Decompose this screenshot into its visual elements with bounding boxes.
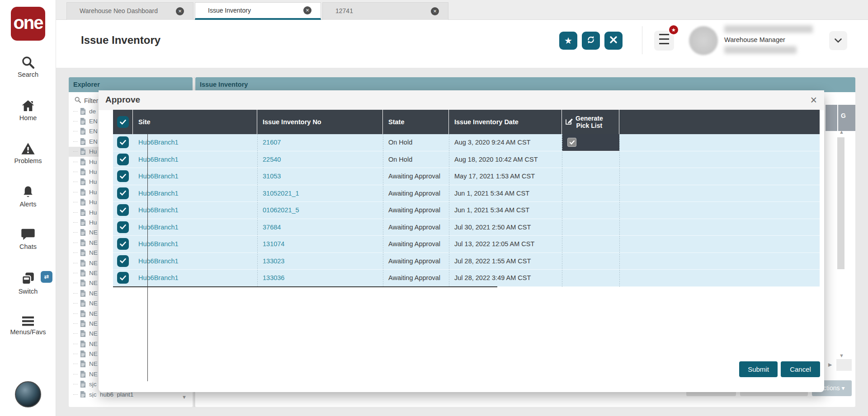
sidebar-item-alerts[interactable]: Alerts bbox=[0, 185, 56, 208]
submit-button[interactable]: Submit bbox=[739, 361, 778, 377]
sidebar-item-label: Problems bbox=[0, 157, 56, 164]
generate-pick-list-cell[interactable] bbox=[562, 236, 619, 252]
issue-inventory-no-link[interactable]: 21607 bbox=[257, 134, 383, 151]
column-header-state[interactable]: State bbox=[383, 110, 449, 134]
generate-pick-list-cell[interactable] bbox=[562, 151, 619, 168]
tab-12741[interactable]: 12741 × bbox=[322, 2, 448, 20]
document-icon bbox=[80, 138, 86, 145]
generate-pick-list-checkbox[interactable] bbox=[567, 138, 576, 147]
issue-inventory-no-link[interactable]: 37684 bbox=[257, 219, 383, 236]
row-checkbox[interactable] bbox=[113, 219, 133, 236]
sidebar-item-label: Chats bbox=[0, 243, 56, 250]
divider bbox=[642, 26, 642, 54]
sidebar-item-menus-favs[interactable]: Menus/Favs bbox=[0, 315, 56, 336]
row-checkbox[interactable] bbox=[113, 253, 133, 270]
sidebar-item-problems[interactable]: Problems bbox=[0, 141, 56, 164]
tree-guide bbox=[73, 151, 78, 152]
vertical-scrollbar[interactable] bbox=[837, 137, 844, 269]
row-checkbox[interactable] bbox=[113, 134, 133, 151]
column-header-issue-inventory-no[interactable]: Issue Inventory No bbox=[257, 110, 383, 134]
tree-guide bbox=[73, 313, 78, 314]
generate-pick-list-cell[interactable] bbox=[562, 202, 619, 219]
document-icon bbox=[80, 128, 86, 135]
issue-inventory-no-link[interactable]: 133023 bbox=[257, 253, 383, 270]
tree-item-label: EN bbox=[89, 128, 98, 135]
checkbox-checked[interactable] bbox=[117, 116, 129, 128]
issue-inventory-no-link[interactable]: 31053 bbox=[257, 168, 383, 185]
generate-pick-list-cell[interactable] bbox=[562, 219, 619, 236]
site-link[interactable]: Hub6Branch1 bbox=[133, 219, 257, 236]
page-title: Issue Inventory bbox=[81, 34, 160, 47]
close-icon[interactable]: × bbox=[176, 7, 184, 15]
site-link[interactable]: Hub6Branch1 bbox=[133, 151, 257, 168]
pick-list-label: Pick List bbox=[576, 122, 603, 129]
site-link[interactable]: Hub6Branch1 bbox=[133, 134, 257, 151]
sidebar-item-home[interactable]: Home bbox=[0, 98, 56, 122]
chat-icon bbox=[0, 228, 56, 242]
generate-pick-list-cell[interactable] bbox=[562, 270, 619, 286]
scroll-right-icon[interactable]: ▶ bbox=[828, 362, 832, 368]
row-checkbox[interactable] bbox=[113, 185, 133, 202]
tree-guide bbox=[73, 394, 78, 395]
site-link[interactable]: Hub6Branch1 bbox=[133, 253, 257, 270]
issue-inventory-no-link[interactable]: 31052021_1 bbox=[257, 185, 383, 202]
explorer-filter[interactable]: Filter bbox=[74, 96, 98, 105]
close-icon[interactable]: × bbox=[431, 7, 439, 15]
site-link[interactable]: Hub6Branch1 bbox=[133, 202, 257, 219]
filter-label: Filter bbox=[84, 97, 98, 104]
generate-pick-list-cell[interactable] bbox=[562, 185, 619, 202]
scroll-down-icon[interactable]: ▼ bbox=[839, 353, 844, 358]
date-cell: Jun 1, 2021 5:34 AM CST bbox=[449, 202, 562, 219]
assistant-avatar[interactable] bbox=[15, 381, 41, 407]
horizontal-scrollbar[interactable] bbox=[836, 359, 852, 371]
close-page-button[interactable] bbox=[604, 32, 623, 50]
hamburger-icon bbox=[0, 315, 56, 327]
select-all-checkbox[interactable] bbox=[113, 110, 133, 134]
refresh-button[interactable] bbox=[582, 32, 600, 50]
issue-inventory-no-link[interactable]: 22540 bbox=[257, 151, 383, 168]
generate-pick-list-cell[interactable] bbox=[562, 134, 619, 151]
user-avatar[interactable] bbox=[689, 26, 718, 55]
column-header-site[interactable]: Site bbox=[133, 110, 257, 134]
sidebar-item-chats[interactable]: Chats bbox=[0, 228, 56, 250]
column-header-issue-inventory-date[interactable]: Issue Inventory Date bbox=[449, 110, 562, 134]
tree-item-label: NE bbox=[89, 320, 98, 327]
issue-inventory-no-link[interactable]: 01062021_5 bbox=[257, 202, 383, 219]
column-header-generate-pick-list[interactable]: GeneratePick List bbox=[562, 110, 619, 134]
scroll-down-icon[interactable]: ▼ bbox=[182, 394, 187, 400]
tab-warehouse-neo-dashboard[interactable]: Warehouse Neo Dashboard × bbox=[66, 2, 193, 20]
switch-arrows-badge-icon[interactable]: ⇄ bbox=[41, 271, 52, 283]
row-checkbox[interactable] bbox=[113, 236, 133, 252]
document-icon bbox=[80, 118, 86, 125]
state-cell: Awaiting Approval bbox=[383, 253, 449, 270]
date-cell: Jun 1, 2021 5:34 AM CST bbox=[449, 185, 562, 202]
tab-issue-inventory[interactable]: Issue Inventory × bbox=[195, 2, 321, 20]
one-logo[interactable]: one bbox=[11, 7, 45, 41]
issue-inventory-no-link[interactable]: 131074 bbox=[257, 236, 383, 252]
issue-inventory-no-link[interactable]: 133036 bbox=[257, 270, 383, 286]
favorite-button[interactable]: ★ bbox=[559, 32, 577, 50]
site-link[interactable]: Hub6Branch1 bbox=[133, 185, 257, 202]
close-icon[interactable]: × bbox=[810, 93, 817, 106]
site-link[interactable]: Hub6Branch1 bbox=[133, 168, 257, 185]
document-icon bbox=[80, 280, 86, 286]
scroll-up-icon[interactable]: ▲ bbox=[839, 129, 844, 135]
site-link[interactable]: Hub6Branch1 bbox=[133, 236, 257, 252]
table-row: Hub6Branch121607On HoldAug 3, 2020 9:24 … bbox=[113, 134, 820, 151]
document-icon bbox=[80, 219, 86, 226]
row-checkbox[interactable] bbox=[113, 151, 133, 168]
grid-line bbox=[562, 134, 562, 287]
cancel-button[interactable]: Cancel bbox=[781, 361, 820, 377]
sidebar-item-search[interactable]: Search bbox=[0, 55, 56, 78]
row-checkbox[interactable] bbox=[113, 168, 133, 185]
generate-pick-list-cell[interactable] bbox=[562, 253, 619, 270]
user-name-redacted bbox=[724, 25, 813, 33]
row-checkbox[interactable] bbox=[113, 202, 133, 219]
close-icon[interactable]: × bbox=[303, 6, 311, 14]
generate-pick-list-cell[interactable] bbox=[562, 168, 619, 185]
tree-item-label: Hu bbox=[89, 209, 97, 216]
user-menu-button[interactable] bbox=[829, 31, 847, 50]
row-checkbox[interactable] bbox=[113, 270, 133, 286]
site-link[interactable]: Hub6Branch1 bbox=[133, 270, 257, 286]
tree-item-label: NE bbox=[89, 341, 98, 347]
